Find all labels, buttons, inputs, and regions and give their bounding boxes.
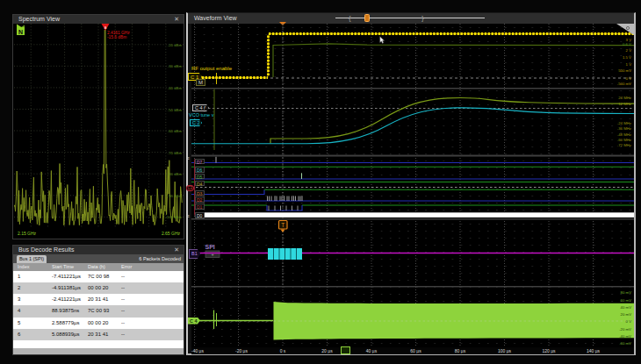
svg-text:-20 mV: -20 mV	[619, 327, 631, 332]
svg-text:2 V: 2 V	[626, 48, 632, 53]
svg-text:N: N	[18, 29, 23, 35]
svg-text:0 V: 0 V	[626, 319, 632, 324]
svg-text:0 V: 0 V	[626, 76, 632, 81]
svg-text:24 MHz: 24 MHz	[618, 96, 631, 100]
svg-text:12 MHz: 12 MHz	[618, 102, 631, 106]
svg-text:-24 MHz: -24 MHz	[617, 121, 631, 125]
svg-text:-60 mV: -60 mV	[619, 341, 631, 346]
svg-text:1.5 V: 1.5 V	[623, 55, 631, 60]
svg-text:80 mV: 80 mV	[621, 290, 632, 295]
svg-text:-36 MHz: -36 MHz	[617, 126, 631, 131]
svg-text:T: T	[281, 222, 284, 228]
svg-text:40 mV: 40 mV	[621, 305, 632, 310]
svg-text:SPI: SPI	[205, 244, 215, 250]
svg-text:0.6 V: 0.6 V	[623, 42, 631, 46]
svg-text:-20 dBm: -20 dBm	[168, 43, 183, 47]
svg-text:-90 dBm: -90 dBm	[168, 194, 183, 198]
svg-text:500 mV: 500 mV	[618, 68, 631, 73]
svg-text:-100 dBm: -100 dBm	[165, 215, 182, 219]
svg-text:-40 mV: -40 mV	[619, 334, 631, 339]
svg-text:60 mV: 60 mV	[621, 298, 632, 303]
svg-text:-15.6 dBm: -15.6 dBm	[107, 35, 126, 39]
svg-text:-40 dBm: -40 dBm	[168, 86, 183, 90]
svg-text:+: +	[211, 252, 213, 257]
svg-text:-72 MHz: -72 MHz	[617, 143, 631, 147]
svg-text:-500 mV: -500 mV	[617, 82, 631, 86]
svg-text:-70 dBm: -70 dBm	[168, 151, 183, 155]
svg-text:20 mV: 20 mV	[621, 312, 632, 317]
svg-text:-48 MHz: -48 MHz	[617, 132, 631, 137]
svg-text:-60 MHz: -60 MHz	[617, 138, 631, 142]
svg-text:3 V: 3 V	[626, 38, 632, 42]
svg-text:2.15 GHz: 2.15 GHz	[18, 231, 37, 236]
svg-text:2.65 GHz: 2.65 GHz	[162, 231, 181, 236]
svg-text:-80 dBm: -80 dBm	[168, 172, 183, 176]
svg-text:-30 dBm: -30 dBm	[168, 64, 183, 68]
svg-text:-60 dBm: -60 dBm	[168, 129, 183, 133]
svg-text:-50 dBm: -50 dBm	[168, 108, 183, 112]
svg-text:RF output enable: RF output enable	[191, 66, 233, 71]
svg-text:1 V: 1 V	[626, 62, 632, 67]
